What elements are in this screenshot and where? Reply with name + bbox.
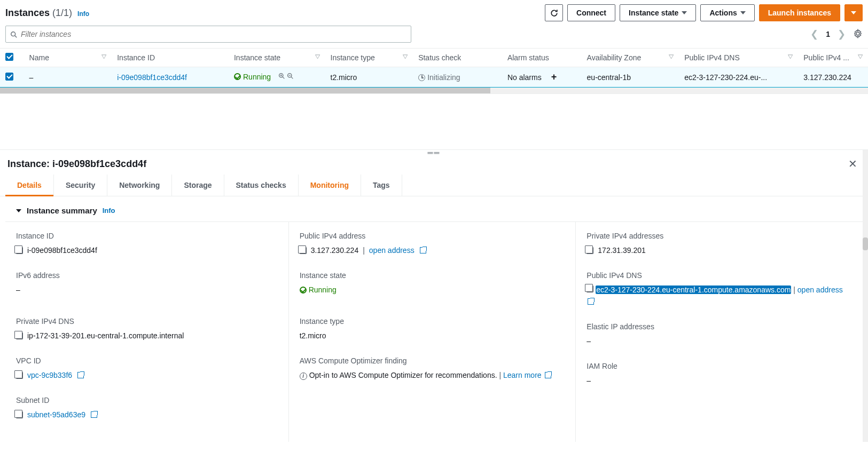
col-az[interactable]: Availability Zone▽	[582, 49, 679, 67]
value-elastic-ip: –	[587, 335, 852, 347]
chevron-down-icon	[740, 11, 746, 14]
value-ipv6: –	[16, 284, 278, 296]
tab-security[interactable]: Security	[54, 175, 107, 196]
gear-icon	[853, 29, 863, 38]
value-private-dns: ip-172-31-39-201.eu-central-1.compute.in…	[27, 330, 184, 342]
close-panel-button[interactable]: ✕	[848, 157, 857, 170]
value-private-ipv4: 172.31.39.201	[598, 244, 646, 256]
table-row[interactable]: – i-09e098bf1ce3cdd4f Running t2.micro I…	[0, 67, 868, 88]
chevron-down-icon	[682, 11, 687, 14]
chevron-down-icon	[851, 11, 856, 14]
col-instance-state[interactable]: Instance state▽	[229, 49, 325, 67]
value-instance-id: i-09e098bf1ce3cdd4f	[27, 244, 97, 256]
svg-point-0	[11, 32, 15, 36]
label-private-dns: Private IPv4 DNS	[16, 317, 278, 326]
next-page-button[interactable]: ❯	[838, 29, 846, 39]
label-public-dns: Public IPv4 DNS	[587, 271, 852, 280]
tab-status-checks[interactable]: Status checks	[224, 175, 299, 196]
cell-type: t2.micro	[325, 67, 413, 88]
cell-az: eu-central-1b	[582, 67, 679, 88]
instance-summary-toggle[interactable]: Instance summary Info	[0, 196, 868, 221]
value-subnet[interactable]: subnet-95ad63e9	[27, 409, 85, 421]
cell-public-dns: ec2-3-127-230-224.eu-...	[679, 67, 798, 88]
col-instance-id[interactable]: Instance ID	[112, 49, 229, 67]
label-private-ipv4: Private IPv4 addresses	[587, 232, 852, 240]
copy-icon[interactable]	[587, 285, 593, 292]
external-link-icon[interactable]	[420, 247, 426, 253]
learn-more-link[interactable]: Learn more	[503, 371, 542, 379]
col-public-ip[interactable]: Public IPv4 ...▽	[798, 49, 868, 67]
triangle-down-icon	[16, 209, 21, 212]
actions-button[interactable]: Actions	[700, 4, 754, 21]
select-all-checkbox[interactable]	[5, 53, 13, 61]
search-icon	[10, 31, 18, 38]
open-address-link[interactable]: open address	[369, 244, 415, 256]
label-ipv6: IPv6 address	[16, 271, 278, 280]
settings-button[interactable]	[853, 29, 863, 40]
value-vpc[interactable]: vpc-9c9b33f6	[27, 369, 72, 381]
cell-instance-id[interactable]: i-09e098bf1ce3cdd4f	[117, 73, 187, 82]
svg-line-1	[15, 36, 17, 38]
col-public-dns[interactable]: Public IPv4 DNS▽	[679, 49, 798, 67]
instance-state-button[interactable]: Instance state	[620, 4, 696, 21]
external-link-icon[interactable]	[588, 298, 594, 305]
copy-icon[interactable]	[16, 332, 23, 339]
drag-handle[interactable]: ══	[0, 150, 868, 155]
label-iam: IAM Role	[587, 362, 852, 370]
state-zoom-controls[interactable]	[278, 73, 294, 80]
cell-name: –	[24, 67, 112, 88]
label-public-ipv4: Public IPv4 address	[300, 232, 565, 240]
row-checkbox[interactable]	[5, 73, 13, 81]
prev-page-button[interactable]: ❮	[810, 29, 818, 39]
vertical-scrollbar[interactable]	[863, 150, 868, 442]
launch-instances-button[interactable]: Launch instances	[759, 4, 840, 21]
page-number: 1	[826, 30, 830, 38]
info-link[interactable]: Info	[77, 10, 89, 18]
tab-networking[interactable]: Networking	[107, 175, 172, 196]
label-vpc: VPC ID	[16, 356, 278, 365]
label-optimizer: AWS Compute Optimizer finding	[300, 356, 565, 365]
tab-storage[interactable]: Storage	[172, 175, 224, 196]
value-state: Running	[300, 284, 337, 296]
filter-input-container[interactable]	[5, 26, 411, 43]
filter-input[interactable]	[21, 30, 406, 38]
value-public-dns: ec2-3-127-230-224.eu-central-1.compute.a…	[596, 285, 791, 294]
cell-alarms: No alarms+	[502, 67, 582, 88]
copy-icon[interactable]	[16, 411, 23, 418]
svg-line-3	[283, 77, 285, 79]
refresh-icon	[550, 9, 559, 18]
running-icon	[300, 287, 307, 294]
value-type: t2.micro	[300, 330, 565, 342]
label-subnet: Subnet ID	[16, 396, 278, 405]
copy-icon[interactable]	[587, 247, 593, 254]
copy-icon[interactable]	[300, 247, 307, 254]
external-link-icon[interactable]	[91, 411, 97, 418]
open-address-link[interactable]: open address	[797, 285, 843, 294]
col-name[interactable]: Name▽	[24, 49, 112, 67]
panel-title: Instance: i-09e098bf1ce3cdd4f	[7, 158, 146, 170]
copy-icon[interactable]	[16, 372, 23, 379]
label-instance-id: Instance ID	[16, 232, 278, 240]
zoom-in-icon	[278, 73, 286, 80]
cell-state: Running	[234, 73, 271, 81]
tab-details[interactable]: Details	[5, 175, 54, 196]
col-instance-type[interactable]: Instance type▽	[325, 49, 413, 67]
page-title: Instances (1/1)	[5, 7, 72, 19]
refresh-button[interactable]	[545, 4, 563, 21]
launch-instances-dropdown[interactable]	[844, 4, 863, 21]
svg-line-7	[291, 77, 293, 79]
copy-icon[interactable]	[16, 247, 23, 254]
tab-monitoring[interactable]: Monitoring	[299, 175, 361, 196]
external-link-icon[interactable]	[545, 372, 551, 378]
connect-button[interactable]: Connect	[567, 4, 615, 21]
col-alarm-status[interactable]: Alarm status	[502, 49, 582, 67]
clock-icon	[418, 74, 425, 81]
col-status-check[interactable]: Status check	[413, 49, 502, 67]
label-state: Instance state	[300, 271, 565, 280]
external-link-icon[interactable]	[77, 372, 84, 378]
tab-tags[interactable]: Tags	[361, 175, 402, 196]
summary-info-link[interactable]: Info	[103, 207, 115, 215]
running-icon	[234, 73, 241, 80]
horizontal-scrollbar[interactable]	[0, 88, 868, 94]
add-alarm-icon[interactable]: +	[551, 72, 557, 83]
